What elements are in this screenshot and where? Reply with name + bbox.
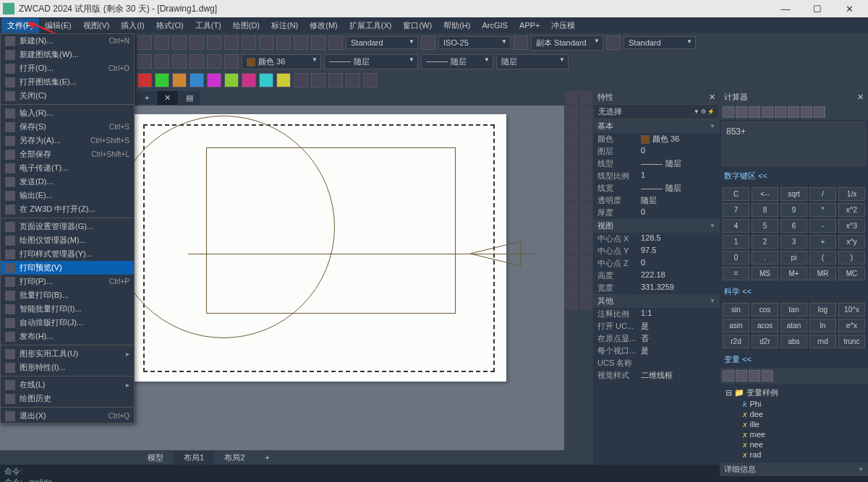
menu-stamp[interactable]: 冲压模 — [545, 18, 581, 33]
calc-key[interactable]: x^y — [838, 235, 865, 249]
calc-key[interactable]: 1/x — [838, 187, 865, 201]
tool-icon[interactable] — [276, 35, 291, 50]
tool-icon[interactable] — [311, 73, 326, 87]
tool-icon[interactable] — [328, 35, 343, 50]
properties-close-icon[interactable]: ✕ — [709, 92, 715, 102]
property-row[interactable]: 中心点 Z0 — [593, 257, 720, 270]
menu-tools[interactable]: 工具(T) — [190, 18, 227, 33]
calc-key[interactable]: acos — [752, 319, 778, 332]
property-row[interactable]: 每个视口...是 — [593, 345, 720, 357]
property-row[interactable]: 厚度0 — [593, 207, 720, 219]
file-menu-item[interactable]: 新建(N)...Ctrl+N — [1, 34, 134, 48]
tool-icon[interactable] — [259, 73, 273, 87]
property-row[interactable]: 高度222.18 — [593, 270, 720, 282]
file-menu-item[interactable]: 新建图纸集(W)... — [1, 48, 134, 61]
vtool-icon[interactable] — [579, 297, 592, 310]
file-menu-item[interactable]: 在 ZW3D 中打开(Z)... — [1, 202, 134, 216]
tool-icon[interactable] — [294, 35, 308, 50]
tool-icon[interactable] — [137, 54, 152, 69]
calc-key[interactable]: e^x — [838, 319, 865, 332]
calc-key[interactable]: tan — [780, 303, 807, 317]
var-tool-icon[interactable] — [723, 370, 734, 382]
file-menu-item[interactable]: 打印(P)...Ctrl+P — [1, 275, 134, 288]
property-row[interactable]: 颜色颜色 36 — [593, 133, 720, 145]
minimize-button[interactable]: — — [775, 4, 796, 14]
menu-ext[interactable]: 扩展工具(X) — [344, 18, 398, 33]
tool-icon[interactable] — [137, 73, 152, 87]
file-menu-item[interactable]: 页面设置管理器(G)... — [1, 220, 134, 233]
var-tool-icon[interactable] — [762, 370, 773, 382]
tool-icon[interactable] — [514, 35, 528, 50]
vtool-icon[interactable] — [565, 256, 578, 269]
selection-dropdown[interactable]: 无选择▼ ⚙ ⚡ — [593, 104, 720, 119]
calc-key[interactable]: - — [809, 219, 836, 233]
var-item[interactable]: kPhi — [726, 399, 862, 409]
tool-icon[interactable] — [328, 73, 343, 87]
calc-tool-icon[interactable] — [788, 106, 799, 118]
tool-icon[interactable] — [155, 35, 169, 50]
calc-key[interactable]: x^2 — [838, 203, 865, 217]
calc-key[interactable]: 7 — [723, 203, 749, 217]
vtool-icon[interactable] — [579, 270, 592, 283]
calc-key[interactable]: 3 — [780, 235, 807, 249]
tool-icon[interactable] — [311, 35, 326, 50]
tool-icon[interactable] — [207, 35, 221, 50]
calc-key[interactable]: ( — [809, 251, 836, 264]
tool-icon[interactable] — [207, 73, 221, 87]
var-tool-icon[interactable] — [749, 370, 760, 382]
property-row[interactable]: 中心点 X128.5 — [593, 233, 720, 245]
tool-icon[interactable] — [137, 35, 152, 50]
calc-key[interactable]: 8 — [752, 203, 778, 217]
file-menu-item[interactable]: 在线(L)▸ — [1, 378, 134, 392]
close-button[interactable]: ✕ — [839, 4, 859, 14]
vtool-icon[interactable] — [565, 242, 578, 255]
calc-key[interactable]: 6 — [780, 219, 807, 233]
doc-tab-list[interactable]: ▤ — [179, 91, 200, 105]
linetype-dropdown[interactable]: 随层 — [324, 54, 418, 69]
tool-icon[interactable] — [224, 54, 239, 69]
file-menu-item[interactable]: 电子传递(T)... — [1, 161, 134, 175]
calc-tool-icon[interactable] — [801, 106, 812, 118]
vtool-icon[interactable] — [579, 105, 592, 118]
tool-icon[interactable] — [224, 35, 239, 50]
vtool-icon[interactable] — [565, 105, 578, 118]
property-row[interactable]: 在原点显...否 — [593, 332, 720, 345]
tool-icon[interactable] — [172, 54, 187, 69]
calc-key[interactable]: C — [723, 187, 749, 201]
var-item[interactable]: xnee — [726, 439, 862, 449]
vtool-icon[interactable] — [579, 283, 592, 296]
doc-tab-close[interactable]: ✕ — [157, 91, 178, 105]
vtool-icon[interactable] — [565, 270, 578, 283]
maximize-button[interactable]: ☐ — [807, 4, 827, 14]
calc-key[interactable]: * — [809, 203, 836, 217]
vtool-icon[interactable] — [565, 132, 578, 145]
vtool-icon[interactable] — [579, 187, 592, 200]
file-menu-item[interactable]: 图形特性(I)... — [1, 361, 134, 374]
section-other[interactable]: 其他 — [593, 294, 720, 308]
tool-icon[interactable] — [346, 73, 360, 87]
calc-key[interactable]: atan — [780, 319, 807, 332]
tab-layout2[interactable]: 布局2 — [214, 451, 255, 465]
property-row[interactable]: 视觉样式二维线框 — [593, 369, 720, 382]
calc-key[interactable]: MR — [809, 267, 836, 280]
var-item[interactable]: xille — [726, 419, 862, 429]
tab-add[interactable]: + — [255, 452, 279, 463]
menu-arcgis[interactable]: ArcGIS — [476, 19, 513, 32]
file-menu-item[interactable]: 批量打印(B)... — [1, 288, 134, 302]
calc-key[interactable]: <-- — [752, 187, 778, 201]
property-row[interactable]: UCS 名称 — [593, 357, 720, 369]
file-menu-item[interactable]: 输出(E)... — [1, 189, 134, 202]
vtool-icon[interactable] — [565, 173, 578, 186]
calc-key[interactable]: r2d — [723, 335, 749, 348]
file-menu-item[interactable]: 另存为(A)...Ctrl+Shift+S — [1, 134, 134, 147]
file-menu-item[interactable]: 打印样式管理器(Y)... — [1, 247, 134, 261]
vtool-icon[interactable] — [579, 215, 592, 228]
calc-key[interactable]: 5 — [752, 219, 778, 233]
vtool-icon[interactable] — [579, 242, 592, 255]
calc-key[interactable]: 9 — [780, 203, 807, 217]
calc-key[interactable]: sqrt — [780, 187, 807, 201]
tool-icon[interactable] — [190, 35, 204, 50]
doc-tab-start[interactable]: + — [137, 91, 156, 104]
tool-icon[interactable] — [172, 35, 187, 50]
file-menu-item[interactable]: 保存(S)Ctrl+S — [1, 120, 134, 134]
